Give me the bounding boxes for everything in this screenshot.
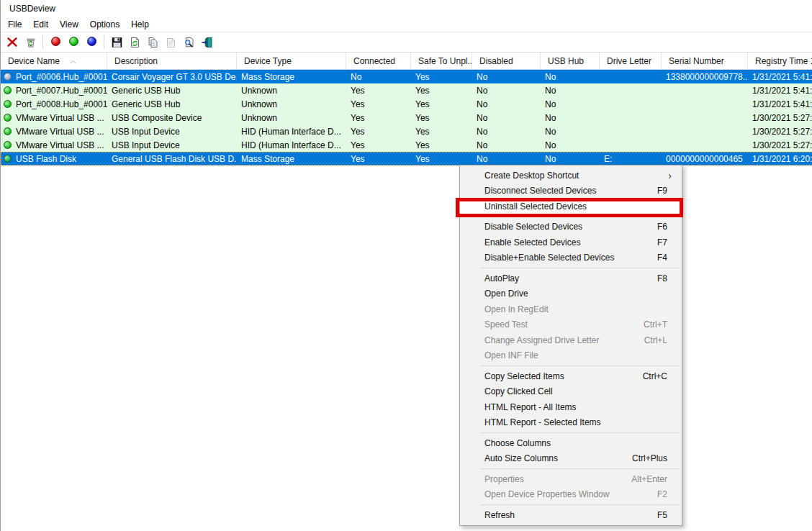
menu-item-disconnect-selected-devices[interactable]: Disconnect Selected DevicesF9 <box>460 183 682 199</box>
menu-item-autoplay[interactable]: AutoPlayF8 <box>460 271 682 286</box>
table-cell[interactable]: Yes <box>346 113 411 123</box>
toolbar-button[interactable] <box>47 34 64 50</box>
table-cell[interactable]: USB Input Device <box>107 140 237 150</box>
table-cell[interactable]: Unknown <box>237 99 346 109</box>
table-cell[interactable]: General USB Flash Disk USB D... <box>107 154 237 164</box>
menu-item-html-report-all-items[interactable]: HTML Report - All Items <box>460 399 682 415</box>
table-cell[interactable]: No <box>472 99 541 109</box>
column-header-device-type[interactable]: Device Type <box>237 53 346 69</box>
table-cell[interactable]: No <box>346 72 411 82</box>
table-cell[interactable]: Yes <box>411 99 472 109</box>
column-header-serial-number[interactable]: Serial Number <box>662 53 748 69</box>
toolbar-button[interactable] <box>65 34 82 50</box>
table-cell[interactable]: Port_#0006.Hub_#0001 <box>1 72 107 82</box>
table-cell[interactable]: Yes <box>411 86 472 96</box>
table-cell[interactable]: Yes <box>346 127 411 137</box>
table-cell[interactable]: 1/31/2021 6:20: <box>748 154 812 164</box>
table-cell[interactable]: Mass Storage <box>237 72 346 82</box>
table-cell[interactable]: Yes <box>411 72 472 82</box>
toolbar-button[interactable] <box>83 34 100 50</box>
table-cell[interactable]: Corsair Voyager GT 3.0 USB De... <box>107 72 237 82</box>
table-cell[interactable]: No <box>472 113 541 123</box>
table-cell[interactable]: 1/30/2021 5:27: <box>748 113 812 123</box>
column-header-safe-to-unpl-[interactable]: Safe To Unpl... <box>411 53 472 69</box>
table-cell[interactable]: VMware Virtual USB ... <box>1 140 107 150</box>
column-header-disabled[interactable]: Disabled <box>472 53 541 69</box>
table-cell[interactable]: HID (Human Interface D... <box>237 127 346 137</box>
table-cell[interactable]: Generic USB Hub <box>107 99 237 109</box>
table-row[interactable]: USB Flash DiskGeneral USB Flash Disk USB… <box>1 152 812 165</box>
column-header-registry-time-1[interactable]: Registry Time 1 <box>748 53 812 69</box>
menubar-item-help[interactable]: Help <box>125 18 155 31</box>
table-cell[interactable]: Yes <box>411 113 472 123</box>
menubar-item-view[interactable]: View <box>54 18 84 31</box>
column-header-device-name[interactable]: Device Name <box>1 53 107 69</box>
menu-item-html-report-selected-items[interactable]: HTML Report - Selected Items <box>460 415 682 431</box>
table-cell[interactable]: 1/30/2021 5:27: <box>748 127 812 137</box>
menu-item-choose-columns[interactable]: Choose Columns <box>460 435 682 451</box>
menu-item-copy-clicked-cell[interactable]: Copy Clicked Cell <box>460 384 682 400</box>
table-cell[interactable]: Port_#0008.Hub_#0001 <box>1 99 107 109</box>
menu-item-disable-selected-devices[interactable]: Disable Selected DevicesF6 <box>460 219 682 235</box>
table-cell[interactable]: VMware Virtual USB ... <box>1 127 107 137</box>
toolbar-button[interactable] <box>126 34 143 50</box>
table-cell[interactable]: 1/31/2021 5:41: <box>748 72 812 82</box>
table-cell[interactable]: 0000000000000465 <box>662 154 748 164</box>
table-cell[interactable]: 1338000000009778... <box>662 72 748 82</box>
table-cell[interactable]: USB Composite Device <box>107 113 237 123</box>
table-row[interactable]: Port_#0007.Hub_#0001Generic USB HubUnkno… <box>1 83 812 97</box>
table-cell[interactable]: Yes <box>411 140 472 150</box>
column-header-usb-hub[interactable]: USB Hub <box>541 53 600 69</box>
table-cell[interactable]: 1/30/2021 5:27: <box>748 140 812 150</box>
toolbar-button[interactable] <box>108 34 125 50</box>
table-cell[interactable]: No <box>472 154 541 164</box>
table-cell[interactable]: No <box>472 127 541 137</box>
device-list[interactable]: Device NameDescriptionDevice TypeConnect… <box>1 53 812 531</box>
table-cell[interactable]: No <box>541 86 600 96</box>
menu-item-create-desktop-shortcut[interactable]: Create Desktop Shortcut› <box>460 168 682 183</box>
table-cell[interactable]: Yes <box>346 86 411 96</box>
table-cell[interactable]: Yes <box>411 154 472 164</box>
table-cell[interactable]: Unknown <box>237 86 346 96</box>
table-cell[interactable]: Yes <box>346 154 411 164</box>
table-cell[interactable]: No <box>472 86 541 96</box>
toolbar-button[interactable] <box>4 34 21 50</box>
toolbar-button[interactable] <box>162 34 179 50</box>
table-cell[interactable]: HID (Human Interface D... <box>237 140 346 150</box>
menu-item-copy-selected-items[interactable]: Copy Selected ItemsCtrl+C <box>460 368 682 384</box>
menu-item-open-drive[interactable]: Open Drive <box>460 286 682 302</box>
column-header-connected[interactable]: Connected <box>346 53 411 69</box>
menu-item-uninstall-selected-devices[interactable]: Uninstall Selected Devices <box>460 199 682 214</box>
toolbar-button[interactable] <box>22 34 39 50</box>
table-cell[interactable]: Yes <box>346 99 411 109</box>
table-cell[interactable]: Generic USB Hub <box>107 86 237 96</box>
column-header-description[interactable]: Description <box>107 53 237 69</box>
table-row[interactable]: Port_#0006.Hub_#0001Corsair Voyager GT 3… <box>1 70 812 83</box>
column-header-drive-letter[interactable]: Drive Letter <box>600 53 662 69</box>
table-cell[interactable]: No <box>541 154 600 164</box>
table-row[interactable]: VMware Virtual USB ...USB Input DeviceHI… <box>1 124 812 138</box>
menu-item-enable-selected-devices[interactable]: Enable Selected DevicesF7 <box>460 235 682 250</box>
menubar-item-edit[interactable]: Edit <box>27 18 54 31</box>
menubar-item-options[interactable]: Options <box>84 18 125 31</box>
table-cell[interactable]: Yes <box>411 127 472 137</box>
table-row[interactable]: Port_#0008.Hub_#0001Generic USB HubUnkno… <box>1 97 812 111</box>
table-cell[interactable]: No <box>541 127 600 137</box>
table-row[interactable]: VMware Virtual USB ...USB Input DeviceHI… <box>1 138 812 152</box>
toolbar-button[interactable] <box>180 34 197 50</box>
table-cell[interactable]: E: <box>600 154 662 164</box>
table-cell[interactable]: Port_#0007.Hub_#0001 <box>1 86 107 96</box>
table-cell[interactable]: USB Input Device <box>107 127 237 137</box>
table-cell[interactable]: Yes <box>346 140 411 150</box>
menu-item-refresh[interactable]: RefreshF5 <box>460 507 682 523</box>
table-cell[interactable]: No <box>472 72 541 82</box>
table-row[interactable]: VMware Virtual USB ...USB Composite Devi… <box>1 111 812 124</box>
menu-item-disable-enable-selected-devices[interactable]: Disable+Enable Selected DevicesF4 <box>460 250 682 266</box>
menubar-item-file[interactable]: File <box>2 18 27 31</box>
toolbar-button[interactable] <box>198 34 215 50</box>
table-cell[interactable]: Mass Storage <box>237 154 346 164</box>
table-cell[interactable]: VMware Virtual USB ... <box>1 113 107 123</box>
table-cell[interactable]: No <box>472 140 541 150</box>
table-cell[interactable]: 1/31/2021 5:41: <box>748 99 812 109</box>
table-cell[interactable]: No <box>541 72 600 82</box>
